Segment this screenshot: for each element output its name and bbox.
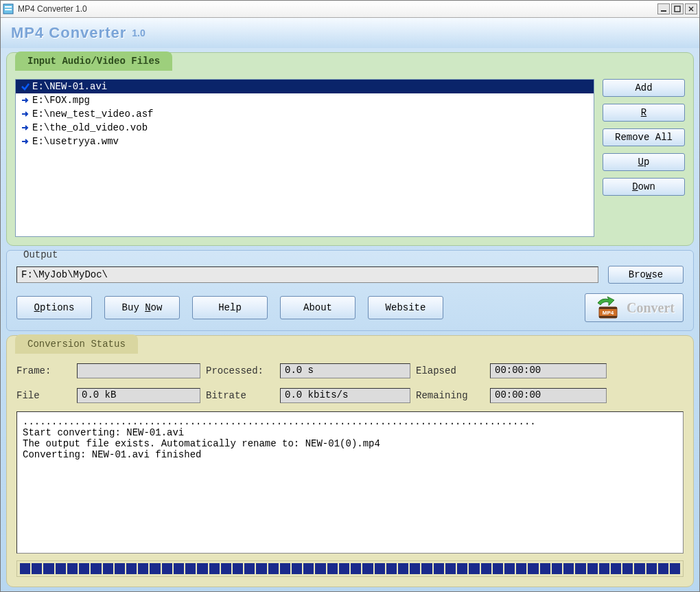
progress-segment bbox=[622, 563, 633, 574]
progress-segment bbox=[327, 563, 338, 574]
options-button[interactable]: Options bbox=[16, 296, 92, 319]
window-title: MP4 Converter 1.0 bbox=[18, 4, 657, 14]
arrow-right-icon bbox=[20, 95, 31, 105]
browse-button[interactable]: Browse bbox=[608, 266, 684, 284]
convert-button[interactable]: MP4 Convert bbox=[585, 293, 684, 322]
progress-segment bbox=[599, 563, 609, 574]
bitrate-value: 0.0 kbits/s bbox=[280, 388, 410, 403]
progress-segment bbox=[540, 563, 550, 574]
check-icon bbox=[20, 82, 31, 91]
progress-segment bbox=[611, 563, 621, 574]
add-button[interactable]: Add bbox=[603, 79, 685, 97]
up-button[interactable]: Up bbox=[603, 153, 685, 171]
buy-now-button[interactable]: Buy Now bbox=[104, 296, 180, 319]
input-tab: Input Audio/Video Files bbox=[15, 52, 172, 71]
svg-rect-1 bbox=[5, 6, 12, 8]
output-path-input[interactable] bbox=[16, 266, 598, 283]
arrow-right-icon bbox=[20, 137, 31, 146]
progress-segment bbox=[398, 563, 408, 574]
remaining-label: Remaining bbox=[416, 390, 485, 401]
progress-segment bbox=[126, 563, 137, 574]
progress-segment bbox=[221, 563, 231, 574]
close-button[interactable] bbox=[685, 3, 697, 14]
svg-text:MP4: MP4 bbox=[603, 310, 614, 316]
down-button[interactable]: Down bbox=[603, 178, 685, 196]
progress-segment bbox=[469, 563, 479, 574]
log-output[interactable]: ........................................… bbox=[16, 411, 684, 554]
progress-segment bbox=[292, 563, 302, 574]
progress-segment bbox=[115, 563, 125, 574]
status-tab: Conversion Status bbox=[15, 334, 138, 354]
progress-segment bbox=[268, 563, 279, 574]
bitrate-label: Bitrate bbox=[206, 390, 275, 401]
arrow-right-icon bbox=[20, 123, 31, 133]
progress-segment bbox=[103, 563, 113, 574]
progress-segment bbox=[445, 563, 456, 574]
progress-segment bbox=[457, 563, 467, 574]
file-item[interactable]: E:\new_test_video.asf bbox=[16, 107, 594, 121]
file-label: File bbox=[16, 390, 71, 401]
progress-segment bbox=[410, 563, 420, 574]
processed-value: 0.0 s bbox=[280, 363, 410, 378]
progress-segment bbox=[575, 563, 585, 574]
file-path: E:\FOX.mpg bbox=[32, 95, 90, 106]
svg-rect-4 bbox=[675, 6, 680, 12]
file-path: E:\the_old_video.vob bbox=[32, 122, 148, 133]
progress-segment bbox=[91, 563, 101, 574]
progress-segment bbox=[32, 563, 42, 574]
progress-segment bbox=[375, 563, 385, 574]
mp4-convert-icon: MP4 bbox=[594, 296, 621, 319]
elapsed-value: 00:00:00 bbox=[490, 363, 607, 378]
svg-rect-3 bbox=[661, 10, 666, 12]
elapsed-label: Elapsed bbox=[416, 365, 485, 376]
progress-segment bbox=[421, 563, 432, 574]
progress-segment bbox=[256, 563, 266, 574]
progress-segment bbox=[493, 563, 503, 574]
app-header: MP4 Converter 1.0 bbox=[1, 18, 699, 48]
output-panel: Output Browse Options Buy Now Help About… bbox=[6, 250, 694, 331]
progress-segment bbox=[339, 563, 349, 574]
remove-button[interactable]: R bbox=[603, 104, 685, 122]
website-button[interactable]: Website bbox=[368, 296, 443, 319]
progress-segment bbox=[481, 563, 491, 574]
progress-segment bbox=[233, 563, 243, 574]
file-path: E:\new_test_video.asf bbox=[32, 109, 153, 119]
input-panel: Input Audio/Video Files E:\NEW-01.aviE:\… bbox=[6, 52, 694, 246]
file-item[interactable]: E:\usetryya.wmv bbox=[16, 135, 594, 148]
app-icon bbox=[3, 3, 14, 14]
progress-segment bbox=[362, 563, 373, 574]
file-value: 0.0 kB bbox=[77, 388, 200, 403]
progress-segment bbox=[563, 563, 574, 574]
convert-label: Convert bbox=[627, 300, 675, 316]
progress-segment bbox=[43, 563, 54, 574]
output-label: Output bbox=[19, 249, 62, 260]
progress-bar bbox=[16, 560, 684, 577]
file-list[interactable]: E:\NEW-01.aviE:\FOX.mpgE:\new_test_video… bbox=[15, 79, 594, 237]
progress-segment bbox=[434, 563, 444, 574]
progress-segment bbox=[504, 563, 515, 574]
progress-segment bbox=[351, 563, 361, 574]
file-item[interactable]: E:\NEW-01.avi bbox=[16, 80, 594, 93]
arrow-right-icon bbox=[20, 109, 31, 119]
progress-segment bbox=[528, 563, 538, 574]
progress-segment bbox=[552, 563, 562, 574]
progress-segment bbox=[658, 563, 668, 574]
about-button[interactable]: About bbox=[280, 296, 355, 319]
svg-rect-7 bbox=[599, 316, 617, 318]
file-item[interactable]: E:\the_old_video.vob bbox=[16, 121, 594, 135]
minimize-button[interactable] bbox=[657, 3, 670, 14]
help-button[interactable]: Help bbox=[192, 296, 268, 319]
file-path: E:\NEW-01.avi bbox=[32, 81, 107, 92]
progress-segment bbox=[79, 563, 89, 574]
progress-segment bbox=[174, 563, 184, 574]
progress-segment bbox=[162, 563, 172, 574]
svg-rect-2 bbox=[5, 9, 12, 10]
maximize-button[interactable] bbox=[671, 3, 684, 14]
processed-label: Processed: bbox=[206, 365, 275, 376]
remove-all-button[interactable]: Remove All bbox=[603, 128, 685, 146]
status-panel: Conversion Status Frame: Processed: 0.0 … bbox=[6, 335, 694, 587]
frame-label: Frame: bbox=[16, 365, 71, 376]
file-item[interactable]: E:\FOX.mpg bbox=[16, 93, 594, 107]
progress-segment bbox=[587, 563, 598, 574]
app-version: 1.0 bbox=[132, 27, 145, 38]
